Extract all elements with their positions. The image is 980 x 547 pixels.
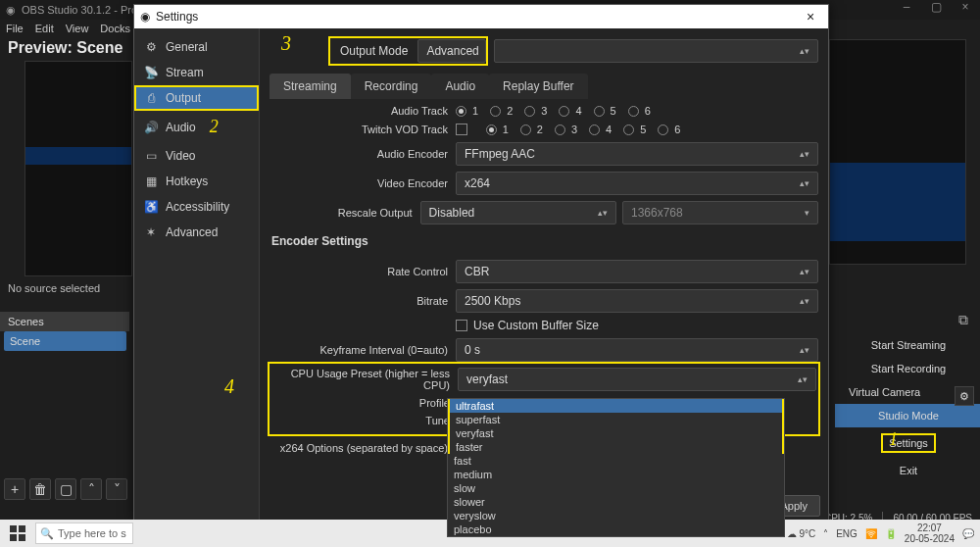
updown-icon: ▴▾ [800,47,809,56]
close-window-button[interactable]: × [951,0,980,18]
dropdown-option[interactable]: faster [448,440,784,454]
radio[interactable] [589,124,600,135]
tray-language[interactable]: ENG [836,528,858,539]
rate-control-select[interactable]: CBR▴▾ [456,260,818,283]
dropdown-option[interactable]: veryslow [448,509,784,522]
radio[interactable] [486,124,497,135]
menu-edit[interactable]: Edit [35,23,54,34]
radio[interactable] [456,106,466,117]
settings-button[interactable]: Settings [835,427,980,459]
dropdown-option[interactable]: slower [448,495,784,509]
radio[interactable] [623,124,634,135]
audio-encoder-select[interactable]: FFmpeg AAC▴▾ [456,142,818,166]
tray-chevron-icon[interactable]: ˄ [823,528,828,539]
studio-mode-button[interactable]: Studio Mode [835,404,980,427]
popout-icon[interactable]: ⧉ [958,312,976,327]
twitch-vod-radios[interactable]: 1 2 3 4 5 6 [456,123,686,136]
scene-filter-button[interactable]: ▢ [55,478,76,500]
tab-replay-buffer[interactable]: Replay Buffer [489,74,588,99]
monitor-icon: ▭ [144,149,158,163]
dropdown-option[interactable]: fast [448,454,784,468]
cpu-preset-select[interactable]: veryfast▴▾ [458,368,816,391]
video-encoder-label: Video Encoder [270,177,456,189]
keyframe-input[interactable]: 0 s▴▾ [456,338,818,362]
bitrate-input[interactable]: 2500 Kbps▴▾ [456,289,818,313]
sidebar-item-label: Accessibility [166,200,229,214]
minimize-button[interactable]: – [892,0,921,18]
sidebar-item-label: Hotkeys [166,174,208,188]
rescale-select[interactable]: Disabled▴▾ [420,201,616,224]
sidebar-item-hotkeys[interactable]: ▦Hotkeys [134,169,259,194]
rescale-label: Rescale Output [270,207,420,219]
profile-label: Profile [271,397,458,409]
radio[interactable] [658,124,668,135]
tune-label: Tune [271,415,458,426]
custom-buffer-checkbox[interactable] [456,320,467,331]
dialog-title: Settings [156,10,198,24]
sidebar-item-label: Output [166,91,201,105]
tray-battery-icon[interactable]: 🔋 [885,528,897,539]
radio[interactable] [628,106,639,117]
dropdown-option[interactable]: placebo [448,522,784,536]
chevron-down-icon: ▾ [805,209,809,218]
scene-list-item[interactable]: Scene [4,331,126,351]
cpu-preset-label: CPU Usage Preset (higher = less CPU) [271,368,458,391]
sidebar-item-general[interactable]: ⚙General [134,34,259,60]
virtual-camera-button[interactable]: Virtual Camera [849,386,920,398]
tab-streaming[interactable]: Streaming [270,74,351,99]
tab-recording[interactable]: Recording [351,74,432,99]
menu-docks[interactable]: Docks [100,23,130,34]
dialog-close-button[interactable]: × [799,9,822,25]
add-scene-button[interactable]: + [4,478,25,500]
tray-wifi-icon[interactable]: 🛜 [865,528,877,539]
sidebar-item-label: Stream [166,66,204,79]
taskbar-search[interactable]: 🔍 Type here to s [35,522,133,544]
twitch-vod-checkbox[interactable] [456,124,467,135]
scene-up-button[interactable]: ˄ [80,478,102,500]
svg-rect-0 [10,525,17,532]
radio[interactable] [594,106,605,117]
maximize-button[interactable]: ▢ [921,0,951,18]
audio-encoder-label: Audio Encoder [270,148,456,160]
start-button[interactable] [6,522,29,544]
dropdown-option[interactable]: ultrafast [448,399,784,413]
encoder-section-header: Encoder Settings [260,224,828,254]
scene-down-button[interactable]: ˅ [106,478,127,500]
cpu-preset-dropdown[interactable]: ultrafast superfast veryfast faster fast… [447,398,785,537]
sidebar-item-output[interactable]: ⎙Output [134,85,259,111]
radio[interactable] [555,124,565,135]
menu-file[interactable]: File [6,23,24,34]
sidebar-item-stream[interactable]: 📡Stream [134,60,259,85]
start-streaming-button[interactable]: Start Streaming [835,333,980,357]
dropdown-option[interactable]: slow [448,481,784,495]
sidebar-item-accessibility[interactable]: ♿Accessibility [134,194,259,220]
tray-clock[interactable]: 22:0720-05-2024 [905,522,955,544]
delete-scene-button[interactable]: 🗑 [29,478,51,500]
sidebar-item-label: Advanced [166,225,218,239]
output-icon: ⎙ [144,91,158,105]
radio[interactable] [490,106,501,117]
audio-track-radios[interactable]: 1 2 3 4 5 6 [456,105,657,117]
radio[interactable] [520,124,531,135]
dropdown-option[interactable]: veryfast [448,426,784,440]
radio[interactable] [559,106,569,117]
sidebar-item-audio[interactable]: 🔊Audio2 [134,111,259,143]
sidebar-item-advanced[interactable]: ✶Advanced [134,220,259,245]
virtual-camera-gear-button[interactable]: ⚙ [955,386,974,406]
video-encoder-select[interactable]: x264▴▾ [456,172,818,195]
tray-weather[interactable]: ☁ 9°C [787,528,816,539]
dropdown-option[interactable]: medium [448,468,784,481]
annotation-1: 1 [889,429,898,450]
custom-buffer-label: Use Custom Buffer Size [473,319,599,332]
rescale-res-select[interactable]: 1366x768▾ [622,201,818,224]
tray-notifications-icon[interactable]: 💬 [962,528,974,539]
tab-audio[interactable]: Audio [431,74,489,99]
svg-rect-1 [19,525,25,532]
output-mode-select[interactable]: ▴▾ [494,39,818,63]
sidebar-item-video[interactable]: ▭Video [134,143,259,169]
menu-view[interactable]: View [66,23,89,34]
start-recording-button[interactable]: Start Recording [835,357,980,380]
exit-button[interactable]: Exit [835,459,980,482]
radio[interactable] [524,106,535,117]
dropdown-option[interactable]: superfast [448,413,784,426]
